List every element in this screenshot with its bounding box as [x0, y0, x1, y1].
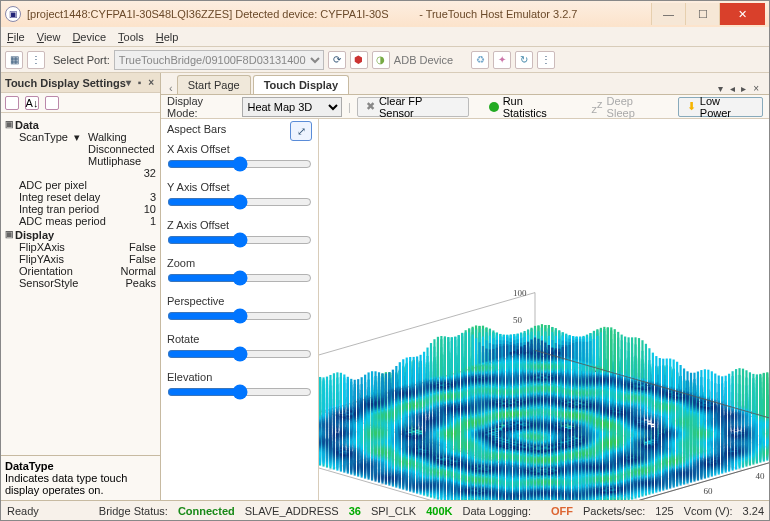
left-panel-tool-row: A↓	[1, 93, 160, 113]
left-panel: Touch Display Settings ▾ ▪ × A↓ ▣Data Sc…	[1, 73, 161, 500]
prop-ird[interactable]: Integ reset delay	[19, 191, 100, 203]
toolbar-icon-d[interactable]: ⋮	[537, 51, 555, 69]
prop-scantype[interactable]: ScanType	[19, 131, 68, 143]
tab-start-page[interactable]: Start Page	[177, 75, 251, 94]
port-select[interactable]: TrueTouchBridge/09100F8D03131400	[114, 50, 324, 70]
chevron-left-icon[interactable]: ‹	[165, 82, 177, 94]
prop-ss[interactable]: SensorStyle	[19, 277, 78, 289]
clear-fp-label: Clear FP Sensor	[379, 95, 460, 119]
play-icon	[489, 102, 499, 112]
sort-az-icon[interactable]: A↓	[25, 96, 39, 110]
low-power-label: Low Power	[700, 95, 754, 119]
spi-clk-label: SPI_CLK	[371, 505, 416, 517]
title-right: - TrueTouch Host Emulator 3.2.7	[419, 8, 577, 20]
prop-itp[interactable]: Integ tran period	[19, 203, 99, 215]
toolbar-icon-c[interactable]: ↻	[515, 51, 533, 69]
section-data[interactable]: Data	[15, 119, 39, 131]
slave-addr-value: 36	[349, 505, 361, 517]
left-panel-title: Touch Display Settings	[5, 77, 126, 89]
vcom-label: Vcom (V):	[684, 505, 733, 517]
title-left: [project1448:CYFPA1I-30S48LQI36ZZES] Det…	[27, 8, 389, 20]
left-panel-header: Touch Display Settings ▾ ▪ ×	[1, 73, 160, 93]
expand-icon[interactable]: ⤢	[290, 121, 312, 141]
data-logging-value: OFF	[551, 505, 573, 517]
deep-sleep-button[interactable]: zz Deep Sleep	[584, 97, 672, 117]
toolbar-icon-1[interactable]: ▦	[5, 51, 23, 69]
aspect-bars-panel: Aspect Bars ⤢ X Axis Offset Y Axis Offse…	[161, 119, 319, 500]
categorize-icon[interactable]	[5, 96, 19, 110]
prop-orient[interactable]: Orientation	[19, 265, 73, 277]
slider-zoom-label: Zoom	[167, 257, 312, 269]
left-tool-icon[interactable]	[45, 96, 59, 110]
slider-rotate[interactable]	[167, 347, 312, 361]
vcom-value: 3.24	[743, 505, 764, 517]
sleep-icon: zz	[592, 98, 603, 115]
minimize-button[interactable]: —	[651, 3, 685, 25]
slider-elev-label: Elevation	[167, 371, 312, 383]
slider-x-label: X Axis Offset	[167, 143, 312, 155]
left-panel-header-controls[interactable]: ▾ ▪ ×	[126, 77, 156, 88]
bridge-icon[interactable]: ⬢	[350, 51, 368, 69]
deep-sleep-label: Deep Sleep	[607, 95, 664, 119]
slider-z[interactable]	[167, 233, 312, 247]
prop-flipx[interactable]: FlipXAxis	[19, 241, 65, 253]
menu-view[interactable]: View	[37, 31, 61, 43]
slider-rotate-label: Rotate	[167, 333, 312, 345]
desc-text: Indicates data type touch display operat…	[5, 472, 156, 496]
clear-fp-button[interactable]: ✖ Clear FP Sensor	[357, 97, 469, 117]
chart-area[interactable]	[319, 119, 769, 500]
refresh-port-icon[interactable]: ⟳	[328, 51, 346, 69]
display-mode-label: Display Mode:	[167, 95, 236, 119]
run-statistics-button[interactable]: Run Statistics	[481, 97, 578, 117]
bridge-status-label: Bridge Status:	[99, 505, 168, 517]
slider-elev[interactable]	[167, 385, 312, 399]
property-tree[interactable]: ▣Data ScanType▾Walking Disconnected Mutl…	[1, 113, 160, 455]
status-ready: Ready	[7, 505, 39, 517]
toolbar-icon-b[interactable]: ✦	[493, 51, 511, 69]
heatmap-3d-canvas[interactable]	[319, 119, 769, 500]
packets-label: Packets/sec:	[583, 505, 645, 517]
maximize-button[interactable]: ☐	[685, 3, 719, 25]
content-row: Aspect Bars ⤢ X Axis Offset Y Axis Offse…	[161, 119, 769, 500]
close-button[interactable]: ✕	[719, 3, 765, 25]
eraser-icon: ✖	[366, 100, 375, 113]
app-icon: ▣	[5, 6, 21, 22]
section-display[interactable]: Display	[15, 229, 54, 241]
prop-scan-extra: 32	[136, 167, 156, 179]
slider-y-label: Y Axis Offset	[167, 181, 312, 193]
data-logging-label: Data Logging:	[462, 505, 531, 517]
select-port-label: Select Port:	[53, 54, 110, 66]
title-bar: ▣ [project1448:CYFPA1I-30S48LQI36ZZES] D…	[1, 1, 769, 27]
tab-touch-display[interactable]: Touch Display	[253, 75, 349, 94]
run-stats-label: Run Statistics	[503, 95, 570, 119]
prop-amp[interactable]: ADC meas period	[19, 215, 106, 227]
slider-zoom[interactable]	[167, 271, 312, 285]
low-power-button[interactable]: ⬇ Low Power	[678, 97, 763, 117]
menu-help[interactable]: Help	[156, 31, 179, 43]
menu-file[interactable]: File	[7, 31, 25, 43]
slider-persp-label: Perspective	[167, 295, 312, 307]
toolbar-icon-a[interactable]: ♻	[471, 51, 489, 69]
window-title: [project1448:CYFPA1I-30S48LQI36ZZES] Det…	[21, 8, 651, 20]
slider-y[interactable]	[167, 195, 312, 209]
display-mode-select[interactable]: Heat Map 3D	[242, 97, 342, 117]
prop-ss-val: Peaks	[117, 277, 156, 289]
prop-flipy-val: False	[121, 253, 156, 265]
prop-flipy[interactable]: FlipYAxis	[19, 253, 64, 265]
aspect-bars-title: Aspect Bars	[167, 123, 226, 135]
tabs-row: ‹ Start Page Touch Display ▾ ◂ ▸ ×	[161, 73, 769, 95]
slider-z-label: Z Axis Offset	[167, 219, 312, 231]
work-area: Touch Display Settings ▾ ▪ × A↓ ▣Data Sc…	[1, 73, 769, 500]
adb-icon[interactable]: ◑	[372, 51, 390, 69]
slave-addr-label: SLAVE_ADDRESS	[245, 505, 339, 517]
window-buttons: — ☐ ✕	[651, 3, 765, 25]
status-bar: Ready Bridge Status: Connected SLAVE_ADD…	[1, 500, 769, 520]
menu-device[interactable]: Device	[72, 31, 106, 43]
slider-persp[interactable]	[167, 309, 312, 323]
menu-tools[interactable]: Tools	[118, 31, 144, 43]
slider-x[interactable]	[167, 157, 312, 171]
prop-adcpp[interactable]: ADC per pixel	[19, 179, 87, 191]
tabs-right-controls[interactable]: ▾ ◂ ▸ ×	[718, 83, 765, 94]
toolbar-icon-2[interactable]: ⋮	[27, 51, 45, 69]
prop-itp-val: 10	[136, 203, 156, 215]
